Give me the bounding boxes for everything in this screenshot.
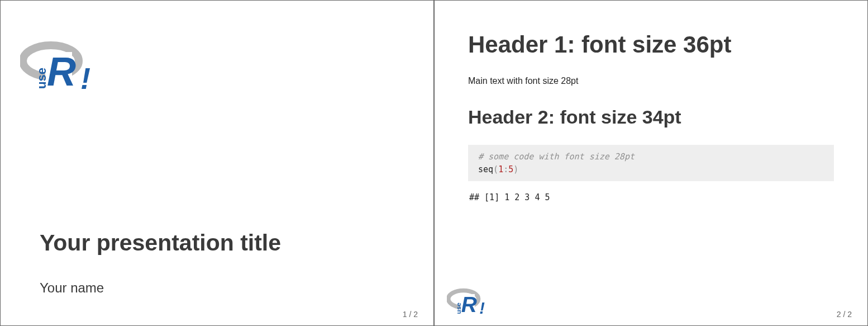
body-text: Main text with font size 28pt xyxy=(468,76,834,86)
code-open-paren: ( xyxy=(493,164,498,174)
code-output: ## [1] 1 2 3 4 5 xyxy=(468,192,834,202)
code-block: # some code with font size 28pt seq(1:5) xyxy=(468,145,834,181)
svg-text:R: R xyxy=(461,292,477,316)
code-number-2: 5 xyxy=(508,164,513,174)
svg-text:R: R xyxy=(47,49,76,94)
code-close-paren: ) xyxy=(513,164,518,174)
user-logo: R use ! xyxy=(20,40,93,96)
header-1: Header 1: font size 36pt xyxy=(468,31,834,58)
svg-text:use: use xyxy=(35,68,49,89)
code-function: seq xyxy=(478,164,493,174)
svg-text:!: ! xyxy=(479,299,485,317)
page-number: 1 / 2 xyxy=(403,310,418,319)
slide-2: Header 1: font size 36pt Main text with … xyxy=(434,0,868,326)
svg-text:!: ! xyxy=(80,62,90,95)
header-2: Header 2: font size 34pt xyxy=(468,106,834,128)
user-logo-small: R use ! xyxy=(447,287,486,318)
page-number: 2 / 2 xyxy=(837,310,852,319)
code-number-1: 1 xyxy=(498,164,503,174)
author-name: Your name xyxy=(40,280,104,296)
code-colon: : xyxy=(503,164,508,174)
presentation-title: Your presentation title xyxy=(40,230,281,256)
slide-1: R use ! Your presentation title Your nam… xyxy=(0,0,434,326)
code-comment: # some code with font size 28pt xyxy=(478,152,635,162)
svg-text:use: use xyxy=(455,303,462,314)
